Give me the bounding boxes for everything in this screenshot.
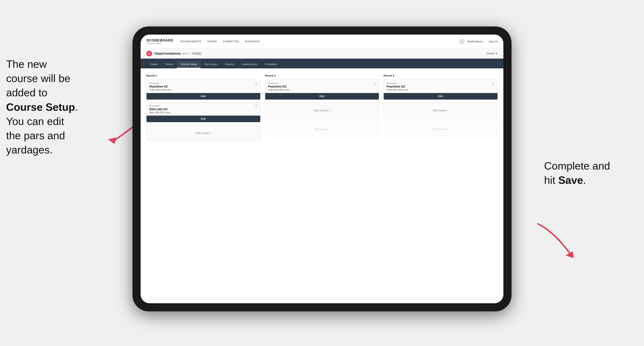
round1-course-b-tag: (Course B)	[150, 105, 258, 107]
cancel-button[interactable]: Cancel ✕	[486, 52, 498, 55]
round1-add-course-button[interactable]: Add Course +	[146, 125, 260, 141]
round1-course-a-edit-button[interactable]: Edit	[146, 93, 260, 100]
round3-add-course-label: Add Course +	[432, 109, 449, 112]
tournament-bar: C Clippd Invitational (Men) Hosting Canc…	[140, 48, 504, 59]
round-2-label: Round 2	[265, 74, 379, 77]
round3-add-course-button[interactable]: Add Course +	[384, 102, 498, 119]
round2-course-a-name: Peachtree GC	[268, 85, 376, 88]
round3-course-a-card: ⊙ (Course A) Peachtree GC Yellow (M) (66…	[384, 80, 498, 100]
round1-add-course-label: Add Course +	[195, 132, 212, 135]
round-1-label: Round 1	[146, 74, 260, 77]
main-content: Round 1 ⊙ (Course A) Peachtree GC Yellow…	[140, 68, 504, 303]
round3-course-a-delete-button[interactable]: ⊙	[491, 81, 496, 85]
tab-details[interactable]: Details	[146, 61, 162, 68]
tournament-name: Clippd Invitational	[154, 52, 180, 55]
round-2-column: Round 2 ⊙ (Course A) Peachtree GC Yellow…	[265, 74, 379, 144]
scoreboard-logo: SCOREBOARD Powered by clippd	[146, 38, 174, 45]
nav-link-tournaments[interactable]: TOURNAMENTS	[180, 40, 202, 43]
tournament-logo: C	[146, 51, 152, 56]
round2-add-course-button[interactable]: Add Course +	[265, 102, 379, 119]
round1-course-b-card: ⊙ (Course B) East Lake GC Black (M) (689…	[146, 102, 260, 122]
round1-course-b-delete-button[interactable]: ⊙	[254, 104, 258, 108]
user-avatar	[459, 39, 465, 44]
round3-course-a-edit-button[interactable]: Edit	[384, 93, 498, 100]
nav-link-committee[interactable]: COMMITTEE	[222, 40, 240, 43]
rounds-grid: Round 1 ⊙ (Course A) Peachtree GC Yellow…	[146, 74, 498, 144]
tab-tee-groups[interactable]: Tee Groups	[200, 61, 222, 68]
top-nav-links: TOURNAMENTS TEAMS COMMITTEE RANKINGS	[180, 40, 459, 43]
tournament-status: Hosting	[191, 52, 202, 55]
round1-course-a-details: Yellow (M) (6629 yds)	[150, 89, 258, 91]
round2-course-a-edit-button[interactable]: Edit	[265, 93, 379, 100]
nav-link-teams[interactable]: TEAMS	[207, 40, 217, 43]
round1-course-b-details: Black (M) (6891 yds)	[150, 111, 258, 114]
logo-sub: Powered by clippd	[146, 42, 174, 45]
round1-course-b-edit-button[interactable]: Edit	[146, 116, 260, 122]
nav-link-rankings[interactable]: RANKINGS	[245, 40, 260, 43]
separator: |	[486, 40, 486, 43]
user-email: blair@clippd.io	[467, 40, 483, 43]
round2-course-a-details: Yellow (M) (6629 yds)	[268, 89, 376, 91]
round1-course-a-tag: (Course A)	[150, 82, 258, 84]
tab-printables[interactable]: Printables	[261, 61, 280, 68]
round2-add-course-label: Add Course +	[314, 109, 330, 112]
annotation-left: The new course will be added to Course S…	[6, 57, 120, 157]
round2-add-course-disabled: Add Course +	[265, 121, 379, 137]
tab-leaderboards[interactable]: Leaderboards	[238, 61, 261, 68]
round2-course-a-card: ⊙ (Course A) Peachtree GC Yellow (M) (66…	[265, 80, 379, 100]
annotation-right: Complete and hit Save.	[544, 159, 638, 187]
round-1-column: Round 1 ⊙ (Course A) Peachtree GC Yellow…	[146, 74, 260, 144]
sign-out-link[interactable]: Sign out	[489, 40, 498, 43]
round1-course-a-card: ⊙ (Course A) Peachtree GC Yellow (M) (66…	[146, 80, 260, 100]
arrow-right-annotation	[530, 220, 591, 261]
round2-course-a-tag: (Course A)	[268, 82, 376, 84]
round2-add-course-disabled-label: Add Course +	[314, 128, 330, 131]
tournament-division: (Men)	[182, 52, 189, 55]
tab-teams[interactable]: Teams	[162, 61, 177, 68]
logo-text: SCOREBOARD	[146, 38, 174, 42]
svg-marker-1	[566, 251, 574, 258]
round1-course-a-name: Peachtree GC	[150, 85, 258, 88]
tabs-bar: Details Teams Course Setup Tee Groups Re…	[140, 59, 504, 68]
round3-course-a-details: Yellow (M) (6629 yds)	[386, 89, 494, 91]
round-3-column: Round 3 ⊙ (Course A) Peachtree GC Yellow…	[384, 74, 498, 144]
top-nav-right: blair@clippd.io | Sign out	[459, 39, 498, 44]
top-nav: SCOREBOARD Powered by clippd TOURNAMENTS…	[140, 35, 504, 48]
tab-results[interactable]: Results	[222, 61, 238, 68]
tab-course-setup[interactable]: Course Setup	[177, 61, 200, 68]
round3-course-a-name: Peachtree GC	[386, 85, 494, 88]
round1-course-a-delete-button[interactable]: ⊙	[254, 81, 258, 85]
round3-add-course-disabled: Add Course +	[384, 121, 498, 137]
round3-add-course-disabled-label: Add Course +	[432, 128, 449, 131]
close-icon: ✕	[496, 52, 498, 55]
tablet-frame: SCOREBOARD Powered by clippd TOURNAMENTS…	[132, 26, 512, 311]
round3-course-a-tag: (Course A)	[386, 82, 494, 84]
round-3-label: Round 3	[384, 74, 498, 77]
round2-course-a-delete-button[interactable]: ⊙	[373, 81, 377, 85]
round1-course-b-name: East Lake GC	[150, 107, 258, 111]
tablet-screen: SCOREBOARD Powered by clippd TOURNAMENTS…	[140, 35, 504, 303]
